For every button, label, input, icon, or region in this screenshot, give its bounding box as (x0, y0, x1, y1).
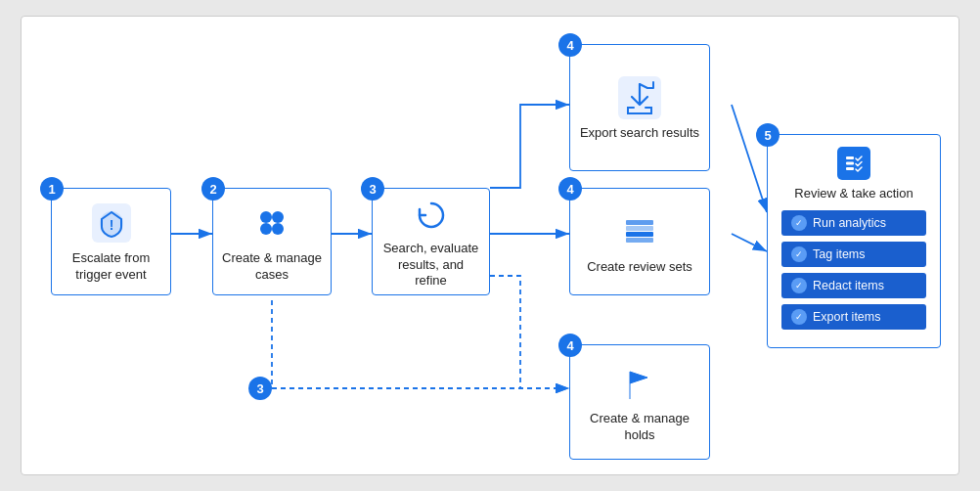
svg-point-11 (260, 223, 272, 235)
svg-rect-14 (626, 226, 653, 231)
review-actions-list: ✓ Run analytics ✓ Tag items ✓ Redact ite… (781, 210, 926, 330)
svg-rect-18 (846, 156, 854, 159)
step4a-badge: 4 (558, 33, 582, 57)
step4c-box: 4 Create & manage holds (569, 344, 710, 460)
step3-badge: 3 (361, 177, 384, 201)
action-export-items: ✓ Export items (781, 304, 926, 330)
check-icon-analytics: ✓ (791, 215, 807, 231)
check-icon-tag: ✓ (791, 246, 807, 262)
step4a-label: Export search results (580, 125, 699, 142)
review-panel-title: Review & take action (781, 186, 926, 201)
step2-label: Create & manage cases (221, 250, 323, 284)
step1-label: Escalate from trigger event (60, 250, 162, 284)
step4b-badge: 4 (558, 177, 582, 201)
step2-badge: 2 (201, 177, 225, 201)
step1-icon: ! (90, 201, 133, 245)
svg-point-9 (260, 211, 272, 223)
action-redact-items: ✓ Redact items (781, 273, 926, 298)
svg-text:!: ! (109, 217, 113, 233)
svg-point-12 (272, 223, 284, 235)
step1-box: 1 ! Escalate from trigger event (51, 188, 171, 295)
step4c-icon (618, 362, 661, 405)
review-icon (781, 147, 926, 180)
diagram-container: 1 ! Escalate from trigger event 2 Create… (21, 16, 959, 475)
check-icon-export: ✓ (791, 309, 807, 325)
step4a-icon (618, 76, 661, 119)
svg-line-5 (732, 105, 767, 212)
review-badge: 5 (756, 123, 780, 147)
step4a-box: 4 Export search results (569, 44, 710, 171)
step2-box: 2 Create & manage cases (212, 188, 332, 295)
step4c-label: Create & manage holds (578, 411, 701, 444)
action-tag-items: ✓ Tag items (781, 242, 926, 267)
step3-icon (410, 196, 453, 235)
svg-line-6 (732, 234, 767, 251)
svg-rect-20 (846, 167, 854, 170)
step4c-badge: 4 (558, 334, 582, 357)
step3-dashed-badge: 3 (248, 377, 272, 400)
step2-icon (250, 201, 293, 245)
step3-box: 3 Search, evaluate results, and refine (372, 188, 490, 295)
svg-rect-19 (846, 162, 854, 165)
svg-rect-16 (626, 232, 653, 237)
svg-rect-15 (626, 220, 653, 225)
step4b-label: Create review sets (587, 259, 692, 276)
svg-point-10 (272, 211, 284, 223)
step3-label: Search, evaluate results, and refine (380, 241, 481, 290)
action-run-analytics: ✓ Run analytics (781, 210, 926, 236)
review-panel: 5 Review & take action ✓ Run analytics (767, 134, 941, 348)
step4b-icon (618, 210, 661, 253)
svg-rect-17 (626, 238, 653, 243)
step1-badge: 1 (40, 177, 64, 201)
step4b-box: 4 Create review sets (569, 188, 710, 295)
check-icon-redact: ✓ (791, 278, 807, 293)
